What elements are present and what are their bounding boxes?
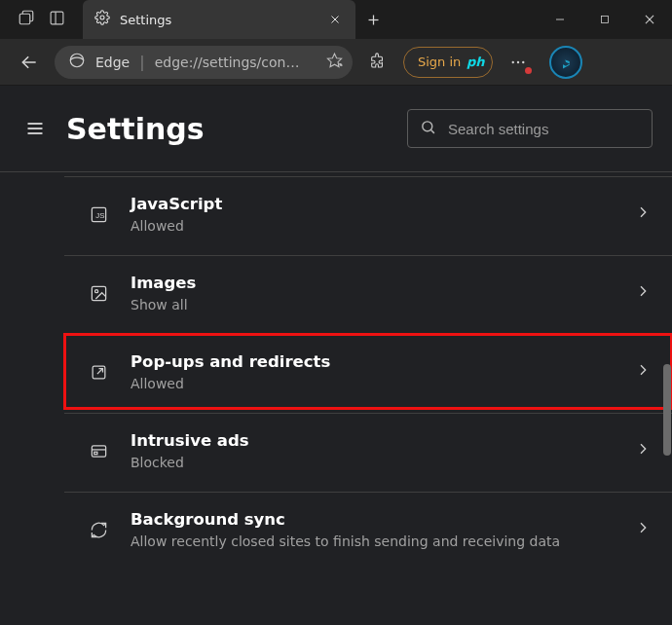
chevron-right-icon (635, 441, 651, 460)
svg-point-25 (423, 121, 432, 130)
address-bar[interactable]: Edge | edge://settings/con… (55, 46, 353, 79)
chevron-right-icon (635, 204, 651, 224)
setting-row-javascript[interactable]: JS JavaScript Allowed (64, 176, 672, 251)
svg-line-26 (430, 129, 434, 133)
ads-icon (88, 442, 109, 460)
settings-header: Settings (0, 86, 672, 172)
scrollbar-thumb[interactable] (663, 364, 671, 456)
setting-row-images[interactable]: Images Show all (64, 255, 672, 330)
svg-rect-32 (92, 445, 105, 456)
svg-point-19 (512, 60, 514, 62)
setting-row-popups[interactable]: Pop-ups and redirects Allowed (64, 334, 672, 409)
javascript-icon: JS (88, 205, 109, 224)
svg-point-3 (100, 16, 104, 19)
new-tab-button[interactable] (355, 0, 391, 39)
titlebar: Settings (0, 0, 672, 39)
window-close-button[interactable] (627, 0, 672, 39)
svg-point-30 (94, 289, 97, 292)
image-icon (88, 284, 109, 303)
signin-button[interactable]: Sign in ph (403, 47, 493, 78)
maximize-button[interactable] (582, 0, 627, 39)
search-settings-box[interactable] (407, 109, 653, 148)
setting-subtitle: Allowed (131, 218, 614, 234)
extensions-button[interactable] (362, 47, 393, 78)
svg-rect-29 (92, 286, 105, 300)
browser-tab[interactable]: Settings (83, 0, 355, 39)
svg-point-13 (70, 54, 84, 67)
menu-button[interactable] (21, 115, 49, 142)
search-input[interactable] (448, 121, 640, 137)
setting-subtitle: Blocked (131, 455, 614, 470)
toolbar: Edge | edge://settings/con… Sign in ph (0, 39, 672, 86)
favorite-icon[interactable] (326, 52, 343, 72)
setting-subtitle: Show all (131, 297, 614, 312)
address-url: edge://settings/con… (155, 55, 317, 70)
chevron-right-icon (635, 283, 651, 303)
edge-logo-icon (68, 52, 86, 73)
svg-point-21 (522, 60, 524, 62)
profile-badge: ph (463, 50, 488, 75)
setting-title: Images (131, 274, 614, 292)
popup-icon (88, 363, 109, 382)
signin-label: Sign in (418, 55, 461, 69)
sync-icon (88, 521, 109, 539)
svg-point-20 (517, 60, 519, 62)
setting-subtitle: Allowed (131, 376, 614, 391)
address-app-label: Edge (95, 55, 130, 70)
bing-chat-button[interactable] (549, 46, 582, 79)
more-menu-button[interactable] (503, 47, 534, 78)
back-button[interactable] (14, 47, 45, 78)
address-separator: | (139, 53, 144, 71)
setting-row-background-sync[interactable]: Background sync Allow recently closed si… (64, 492, 672, 567)
page-title: Settings (66, 112, 205, 146)
tab-title: Settings (120, 13, 315, 27)
setting-title: Background sync (131, 510, 614, 529)
setting-title: JavaScript (131, 195, 614, 213)
setting-title: Pop-ups and redirects (131, 352, 614, 371)
svg-rect-0 (19, 14, 30, 24)
setting-row-intrusive-ads[interactable]: Intrusive ads Blocked (64, 413, 672, 488)
chevron-right-icon (635, 362, 651, 382)
svg-text:JS: JS (95, 211, 104, 220)
close-icon[interactable] (324, 9, 346, 30)
settings-content: JS JavaScript Allowed Images Show all Po… (0, 176, 672, 567)
tab-actions-icon[interactable] (49, 10, 65, 30)
chevron-right-icon (635, 520, 651, 539)
search-icon (420, 119, 436, 139)
minimize-button[interactable] (538, 0, 582, 39)
setting-subtitle: Allow recently closed sites to finish se… (131, 533, 614, 549)
gear-icon (94, 10, 110, 29)
svg-rect-9 (602, 17, 609, 23)
svg-rect-34 (93, 452, 96, 454)
notification-dot-icon (525, 67, 532, 74)
setting-title: Intrusive ads (131, 431, 614, 450)
workspaces-icon[interactable] (18, 9, 35, 30)
svg-rect-1 (51, 12, 63, 24)
